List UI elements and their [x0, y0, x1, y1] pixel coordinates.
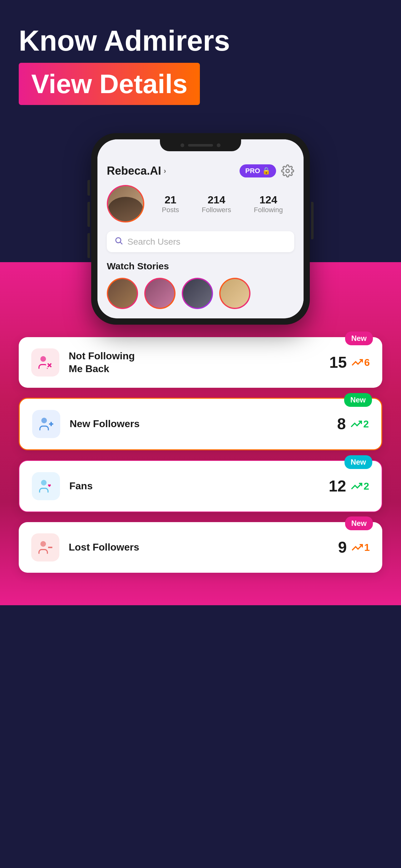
card-count-1: 15 [330, 353, 347, 372]
hero-subtitle: View Details [31, 69, 188, 99]
card-left-4: Lost Followers [31, 533, 139, 561]
settings-icon[interactable] [281, 164, 294, 178]
trend-up-icon-3 [351, 480, 362, 492]
card-trend-3: 2 [351, 480, 369, 492]
phone-mockup: Rebeca.AI › PRO 🔒 [91, 133, 310, 324]
user-plus-icon [38, 415, 55, 432]
trend-up-icon-2 [351, 418, 362, 430]
svg-point-11 [40, 541, 46, 547]
followers-label: Followers [202, 206, 231, 214]
story-avatar-2 [145, 279, 174, 308]
svg-point-1 [116, 238, 121, 243]
hero-subtitle-box: View Details [19, 63, 200, 105]
story-item-3[interactable] [182, 278, 213, 309]
card-left-1: Not FollowingMe Back [31, 348, 135, 376]
phone-button-power [311, 202, 313, 239]
user-heart-icon [37, 478, 54, 495]
phone-button-silent [88, 233, 90, 258]
phone-outer: Rebeca.AI › PRO 🔒 [91, 133, 310, 324]
story-item-2[interactable] [144, 278, 175, 309]
phone-button-volume-down [88, 202, 90, 227]
card-lost-followers[interactable]: New Lost Followers 9 1 [19, 522, 382, 573]
card-trend-1: 6 [352, 357, 370, 368]
stories-section-title: Watch Stories [107, 261, 294, 272]
trend-up-icon-4 [352, 542, 363, 553]
phone-notch [160, 140, 241, 151]
phone-content: Rebeca.AI › PRO 🔒 [97, 158, 304, 318]
profile-header: Rebeca.AI › PRO 🔒 [107, 164, 294, 178]
stats-numbers: 21 Posts 214 Followers 124 Following [151, 194, 294, 214]
notch-sensor [217, 144, 221, 147]
hero-section: Know Admirers View Details [0, 0, 401, 133]
search-icon [114, 236, 123, 247]
svg-point-7 [41, 418, 47, 423]
card-count-4: 9 [338, 538, 347, 556]
stats-row: 21 Posts 214 Followers 124 Following [107, 185, 294, 222]
notch-camera [180, 144, 184, 147]
search-bar[interactable]: Search Users [107, 231, 294, 252]
card-new-followers[interactable]: New New Followers 8 2 [19, 398, 382, 450]
avatar-image [108, 186, 143, 221]
card-title-4: Lost Followers [69, 541, 139, 554]
profile-avatar [107, 185, 144, 222]
story-avatar-4 [221, 279, 249, 308]
card-fans[interactable]: New Fans 12 2 [19, 460, 382, 512]
svg-point-0 [286, 169, 290, 173]
new-badge-3: New [344, 455, 372, 469]
card-trend-4: 1 [352, 542, 370, 553]
card-icon-3 [32, 472, 60, 500]
followers-count: 214 [202, 194, 231, 206]
avatar-placeholder [108, 186, 143, 221]
new-badge-1: New [345, 332, 373, 345]
phone-notch-area [97, 140, 304, 158]
card-right-3: 12 2 [329, 477, 369, 495]
stat-followers: 214 Followers [202, 194, 231, 214]
user-x-icon [37, 354, 54, 371]
following-count: 124 [254, 194, 283, 206]
notch-speaker [188, 144, 213, 147]
card-left-2: New Followers [32, 410, 140, 438]
card-trend-2: 2 [351, 418, 369, 430]
card-right-1: 15 6 [330, 353, 370, 372]
pro-label: PRO [245, 167, 260, 175]
stat-following: 124 Following [254, 194, 283, 214]
card-right-4: 9 1 [338, 538, 370, 556]
card-count-2: 8 [337, 415, 346, 433]
chevron-down-icon: › [164, 166, 166, 175]
search-placeholder: Search Users [127, 237, 180, 247]
card-right-2: 8 2 [337, 415, 369, 433]
trend-up-icon-1 [352, 357, 363, 368]
story-avatar-3 [183, 279, 212, 308]
card-icon-4 [31, 533, 59, 561]
posts-count: 21 [162, 194, 179, 206]
card-left-3: Fans [32, 472, 93, 500]
following-label: Following [254, 206, 283, 214]
stories-row [107, 278, 294, 309]
posts-label: Posts [162, 206, 179, 214]
phone-inner: Rebeca.AI › PRO 🔒 [97, 140, 304, 318]
new-badge-2: New [344, 393, 372, 407]
card-title-3: Fans [69, 479, 93, 493]
story-item-1[interactable] [107, 278, 138, 309]
svg-point-3 [40, 356, 46, 362]
story-item-4[interactable] [219, 278, 250, 309]
story-avatar-1 [108, 279, 137, 308]
profile-name-row: Rebeca.AI › [107, 164, 166, 178]
card-count-3: 12 [329, 477, 346, 495]
hero-title: Know Admirers [19, 25, 382, 57]
card-icon-1 [31, 348, 59, 376]
profile-actions: PRO 🔒 [239, 164, 294, 178]
card-title-1: Not FollowingMe Back [69, 350, 135, 376]
profile-username: Rebeca.AI [107, 164, 161, 178]
svg-line-2 [120, 242, 122, 244]
card-icon-2 [32, 410, 60, 438]
phone-button-volume-up [88, 180, 90, 195]
new-badge-4: New [345, 517, 373, 530]
pro-badge[interactable]: PRO 🔒 [239, 164, 276, 178]
stat-posts: 21 Posts [162, 194, 179, 214]
card-title-2: New Followers [70, 417, 140, 431]
user-minus-icon [37, 539, 54, 556]
card-not-following[interactable]: New Not FollowingMe Back 15 6 [19, 337, 382, 388]
svg-point-10 [41, 480, 46, 486]
pro-emoji: 🔒 [262, 167, 270, 175]
